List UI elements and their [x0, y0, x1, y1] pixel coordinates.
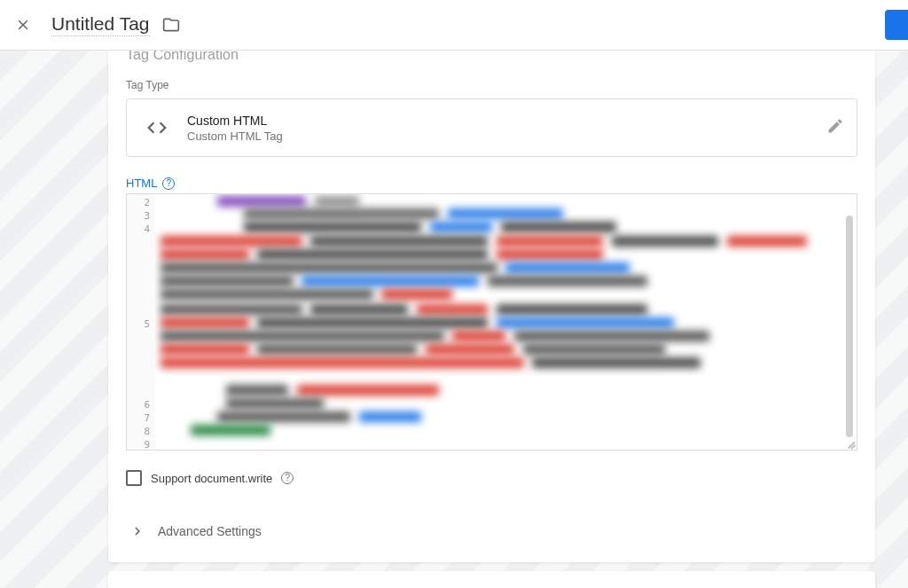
- editor-content-blurred: [155, 194, 857, 450]
- tag-name-input[interactable]: Untitled Tag: [51, 13, 150, 36]
- support-document-write-row: Support document.write ?: [126, 470, 857, 486]
- line-number: 3: [127, 209, 155, 223]
- triggering-card[interactable]: [108, 571, 875, 588]
- support-document-write-checkbox[interactable]: [126, 470, 142, 486]
- help-icon[interactable]: ?: [281, 472, 294, 484]
- tag-type-text: Custom HTML Custom HTML Tag: [187, 114, 283, 143]
- advanced-settings-label: Advanced Settings: [158, 524, 262, 538]
- page-body: Tag Configuration Tag Type Custom HTML C…: [0, 51, 908, 588]
- tag-type-subtitle: Custom HTML Tag: [187, 129, 283, 143]
- html-field-label: HTML: [126, 176, 157, 190]
- resize-handle-icon[interactable]: [844, 437, 855, 448]
- support-document-write-label: Support document.write: [151, 472, 272, 485]
- edit-icon[interactable]: [826, 117, 844, 138]
- close-button[interactable]: [12, 14, 34, 35]
- editor-gutter: 2 3 4 5 6 7 8 9 10 11: [127, 194, 155, 450]
- html-field-label-row: HTML ?: [126, 176, 857, 190]
- folder-icon[interactable]: [162, 16, 180, 34]
- code-icon: [139, 110, 175, 145]
- tag-type-label: Tag Type: [126, 79, 857, 91]
- save-button[interactable]: [885, 10, 908, 40]
- line-number: 2: [127, 196, 155, 209]
- chevron-right-icon: [129, 523, 145, 539]
- help-icon[interactable]: ?: [162, 177, 175, 190]
- advanced-settings-toggle[interactable]: Advanced Settings: [126, 513, 857, 545]
- line-number: 7: [127, 412, 155, 425]
- html-editor[interactable]: 2 3 4 5 6 7 8 9 10 11: [126, 193, 857, 451]
- card-heading: Tag Configuration: [126, 51, 857, 63]
- line-number: 9: [127, 438, 155, 451]
- tag-type-title: Custom HTML: [187, 114, 283, 128]
- line-number: 8: [127, 425, 155, 438]
- tag-configuration-card: Tag Configuration Tag Type Custom HTML C…: [108, 51, 875, 562]
- modal-header: Untitled Tag: [0, 0, 908, 51]
- line-number: 6: [127, 398, 155, 412]
- line-number: 5: [127, 318, 155, 331]
- line-number: 4: [127, 223, 155, 236]
- tag-type-selector[interactable]: Custom HTML Custom HTML Tag: [126, 98, 857, 157]
- editor-scrollbar[interactable]: [846, 216, 853, 437]
